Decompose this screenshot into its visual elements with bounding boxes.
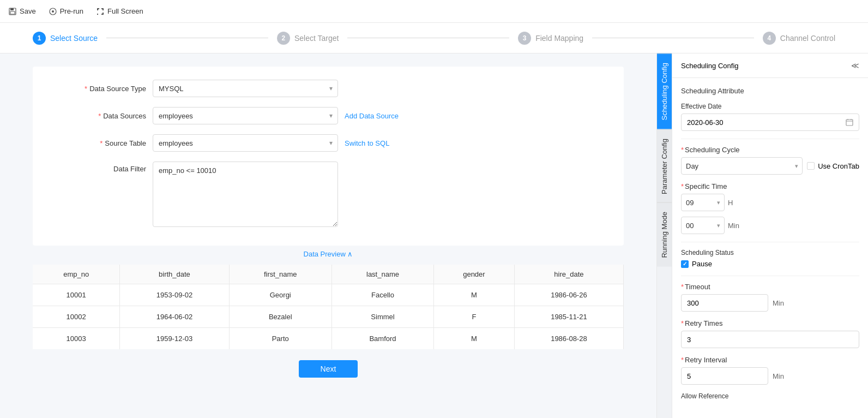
scheduling-cycle-label: *Scheduling Cycle — [681, 146, 859, 154]
data-filter-label: Data Filter — [76, 162, 153, 173]
source-table-select[interactable]: employees — [153, 134, 338, 152]
panel-body: Scheduling Attribute Effective Date 2020… — [672, 78, 868, 418]
svg-rect-5 — [846, 120, 853, 126]
save-icon — [9, 8, 16, 15]
use-crontab-row[interactable]: Use CronTab — [807, 162, 859, 170]
panel-collapse-icon[interactable]: ≪ — [851, 61, 859, 70]
hour-unit: H — [728, 199, 733, 207]
specific-time-field: *Specific Time 09 H 00 — [681, 182, 859, 234]
pause-checkbox[interactable] — [681, 260, 689, 268]
datasource-type-label: *Data Source Type — [76, 85, 153, 93]
data-filter-textarea[interactable]: emp_no <= 10010 — [153, 162, 338, 227]
source-table-wrapper: employees — [153, 134, 338, 152]
step-2[interactable]: 2 Select Target — [277, 32, 339, 45]
retry-interval-input[interactable] — [681, 367, 768, 385]
main-layout: *Data Source Type MYSQL *Data Sources em… — [0, 53, 868, 418]
stepper-bar: 1 Select Source 2 Select Target 3 Field … — [0, 23, 868, 53]
effective-date-input[interactable]: 2020-06-30 — [681, 114, 859, 131]
timeout-input[interactable] — [681, 294, 768, 312]
side-tab-parameter[interactable]: Parameter Config — [657, 129, 672, 203]
data-sources-label: *Data Sources — [76, 112, 153, 120]
preview-table: emp_no birth_date first_name last_name g… — [33, 265, 624, 349]
table-row: 100011953-09-02GeorgiFacelloM1986-06-26 — [33, 284, 624, 306]
step-3-label: Field Mapping — [535, 34, 583, 43]
panel-section-title: Scheduling Attribute — [681, 87, 859, 95]
retry-times-input[interactable] — [681, 331, 859, 348]
center-content: *Data Source Type MYSQL *Data Sources em… — [0, 53, 656, 418]
cycle-select[interactable]: Day Hour Week Month — [681, 157, 803, 175]
retry-interval-row: Min — [681, 367, 859, 385]
step-2-circle: 2 — [277, 32, 290, 45]
timeout-label: *Timeout — [681, 283, 859, 291]
step-2-label: Select Target — [294, 34, 339, 43]
datasource-type-row: *Data Source Type MYSQL — [76, 80, 580, 97]
divider-1 — [681, 139, 859, 139]
allow-reference-field: Allow Reference — [681, 392, 859, 400]
add-data-source-link[interactable]: Add Data Source — [345, 112, 399, 120]
stepper: 1 Select Source 2 Select Target 3 Field … — [33, 32, 835, 45]
specific-time-label: *Specific Time — [681, 182, 859, 190]
step-1[interactable]: 1 Select Source — [33, 32, 98, 45]
timeout-row: Min — [681, 294, 859, 312]
col-emp_no: emp_no — [33, 265, 120, 284]
col-hire_date: hire_date — [514, 265, 623, 284]
hour-select-wrapper: 09 — [681, 194, 725, 211]
svg-point-4 — [52, 10, 54, 13]
scheduling-panel: Scheduling Config ≪ Scheduling Attribute… — [672, 53, 868, 418]
step-3-circle: 3 — [518, 32, 531, 45]
side-tab-running[interactable]: Running Mode — [657, 202, 672, 267]
side-tab-scheduling[interactable]: Scheduling Config — [657, 53, 672, 129]
panel-title: Scheduling Config — [681, 62, 739, 70]
next-button[interactable]: Next — [299, 360, 358, 378]
side-tabs: Scheduling Config Parameter Config Runni… — [656, 53, 672, 418]
use-crontab-label: Use CronTab — [818, 162, 859, 170]
switch-to-sql-link[interactable]: Switch to SQL — [345, 139, 389, 147]
scheduling-cycle-row: Day Hour Week Month Use CronTab — [681, 157, 859, 175]
table-row: 100021964-06-02BezalelSimmelF1985-11-21 — [33, 306, 624, 328]
pause-label: Pause — [692, 260, 712, 268]
calendar-icon — [846, 118, 853, 126]
timeout-unit: Min — [773, 299, 784, 307]
fullscreen-button[interactable]: Full Screen — [97, 7, 143, 15]
source-table-row: *Source Table employees Switch to SQL — [76, 134, 580, 152]
step-1-label: Select Source — [50, 34, 98, 43]
datasource-type-select[interactable]: MYSQL — [153, 80, 338, 97]
next-btn-row: Next — [33, 349, 624, 389]
save-button[interactable]: Save — [9, 7, 36, 15]
col-last_name: last_name — [331, 265, 433, 284]
step-4-circle: 4 — [763, 32, 776, 45]
step-3[interactable]: 3 Field Mapping — [518, 32, 583, 45]
retry-interval-label: *Retry Interval — [681, 356, 859, 364]
col-first_name: first_name — [229, 265, 331, 284]
minute-select[interactable]: 00 — [681, 217, 725, 234]
toolbar: Save Pre-run Full Screen — [0, 0, 868, 23]
preview-table-container: emp_no birth_date first_name last_name g… — [33, 265, 624, 349]
panel-header: Scheduling Config ≪ — [672, 53, 868, 78]
svg-rect-2 — [10, 11, 15, 14]
retry-interval-field: *Retry Interval Min — [681, 356, 859, 385]
col-birth_date: birth_date — [120, 265, 229, 284]
pause-row[interactable]: Pause — [681, 260, 859, 268]
step-4-label: Channel Control — [780, 34, 835, 43]
retry-interval-unit: Min — [773, 372, 784, 380]
use-crontab-checkbox[interactable] — [807, 162, 815, 170]
table-header-row: emp_no birth_date first_name last_name g… — [33, 265, 624, 284]
effective-date-label: Effective Date — [681, 103, 859, 110]
prerun-button[interactable]: Pre-run — [49, 7, 83, 15]
data-preview-toggle[interactable]: Data Preview ∧ — [33, 246, 624, 265]
step-4[interactable]: 4 Channel Control — [763, 32, 835, 45]
hour-select[interactable]: 09 — [681, 194, 725, 211]
datasource-type-wrapper: MYSQL — [153, 80, 338, 97]
retry-times-label: *Retry Times — [681, 319, 859, 327]
scheduling-status-label: Scheduling Status — [681, 249, 859, 256]
allow-reference-label: Allow Reference — [681, 392, 859, 400]
scheduling-cycle-field: *Scheduling Cycle Day Hour Week Month Us… — [681, 146, 859, 175]
source-table-label: *Source Table — [76, 139, 153, 147]
data-filter-row: Data Filter emp_no <= 10010 — [76, 162, 580, 227]
divider-2 — [681, 242, 859, 242]
data-sources-row: *Data Sources employees Add Data Source — [76, 107, 580, 124]
col-gender: gender — [434, 265, 515, 284]
minute-select-wrapper: 00 — [681, 217, 725, 234]
data-sources-select[interactable]: employees — [153, 107, 338, 124]
svg-rect-1 — [10, 8, 14, 10]
